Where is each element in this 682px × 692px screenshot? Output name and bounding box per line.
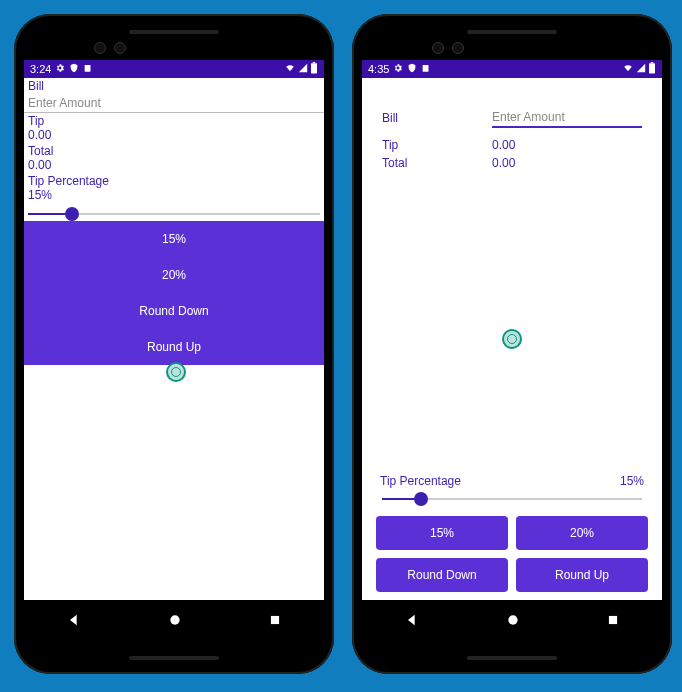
phone-left: 3:24 xyxy=(14,14,334,674)
bill-label: Bill xyxy=(24,78,324,93)
bill-label: Bill xyxy=(382,111,492,125)
center-marker-icon xyxy=(166,362,186,382)
gear-icon xyxy=(55,63,65,75)
tip-percentage-label: Tip Percentage xyxy=(380,474,461,488)
nav-recent-icon[interactable] xyxy=(268,613,282,631)
round-down-button[interactable]: Round Down xyxy=(24,293,324,329)
screen: 3:24 xyxy=(24,60,324,600)
status-time: 4:35 xyxy=(368,63,389,75)
center-marker-icon xyxy=(502,329,522,349)
nav-back-icon[interactable] xyxy=(404,612,420,632)
nav-recent-icon[interactable] xyxy=(606,613,620,631)
bill-input[interactable] xyxy=(492,108,642,128)
tip-value: 0.00 xyxy=(492,138,515,152)
app-content: Bill Tip 0.00 Total 0.00 Tip Percentage … xyxy=(24,78,324,600)
status-bar: 4:35 xyxy=(362,60,662,78)
phone-inner: 3:24 xyxy=(24,24,324,664)
nav-bar xyxy=(362,600,662,644)
gear-icon xyxy=(393,63,403,75)
svg-rect-5 xyxy=(423,65,429,72)
bezel-top xyxy=(24,24,324,60)
svg-point-8 xyxy=(508,615,517,624)
svg-rect-9 xyxy=(609,616,617,624)
total-value: 0.00 xyxy=(492,156,515,170)
card-icon xyxy=(83,63,93,75)
tip-slider[interactable] xyxy=(382,492,642,506)
tip-percentage-value: 15% xyxy=(24,188,324,203)
tip-percentage-label: Tip Percentage xyxy=(24,173,324,188)
nav-bar xyxy=(24,600,324,644)
nav-back-icon[interactable] xyxy=(66,612,82,632)
total-value: 0.00 xyxy=(24,158,324,173)
svg-point-3 xyxy=(170,615,179,624)
status-bar: 3:24 xyxy=(24,60,324,78)
nav-home-icon[interactable] xyxy=(505,612,521,632)
tip-20-button[interactable]: 20% xyxy=(24,257,324,293)
tip-percentage-value: 15% xyxy=(620,474,644,488)
phone-right: 4:35 xyxy=(352,14,672,674)
round-down-button[interactable]: Round Down xyxy=(376,558,508,592)
wifi-icon xyxy=(622,63,634,75)
nav-home-icon[interactable] xyxy=(167,612,183,632)
slider-thumb[interactable] xyxy=(65,207,79,221)
card-icon xyxy=(421,63,431,75)
svg-rect-0 xyxy=(85,65,91,72)
tip-15-button[interactable]: 15% xyxy=(376,516,508,550)
bezel-top xyxy=(362,24,662,60)
tip-20-button[interactable]: 20% xyxy=(516,516,648,550)
total-label: Total xyxy=(382,156,492,170)
signal-icon xyxy=(636,63,646,75)
slider-thumb[interactable] xyxy=(414,492,428,506)
battery-icon xyxy=(310,62,318,76)
tip-slider[interactable] xyxy=(28,207,320,221)
button-stack: 15% 20% Round Down Round Up xyxy=(24,221,324,365)
bezel-bottom xyxy=(362,644,662,664)
battery-icon xyxy=(648,62,656,76)
shield-icon xyxy=(407,63,417,75)
screen: 4:35 xyxy=(362,60,662,600)
svg-rect-7 xyxy=(651,62,653,63)
status-time: 3:24 xyxy=(30,63,51,75)
app-content: Bill Tip 0.00 Total 0.00 Tip Per xyxy=(362,78,662,600)
round-up-button[interactable]: Round Up xyxy=(516,558,648,592)
svg-rect-2 xyxy=(313,62,315,63)
tip-label: Tip xyxy=(382,138,492,152)
round-up-button[interactable]: Round Up xyxy=(24,329,324,365)
svg-rect-4 xyxy=(271,616,279,624)
total-label: Total xyxy=(24,143,324,158)
svg-rect-1 xyxy=(311,63,317,73)
phone-inner: 4:35 xyxy=(362,24,662,664)
svg-rect-6 xyxy=(649,63,655,73)
shield-icon xyxy=(69,63,79,75)
tip-15-button[interactable]: 15% xyxy=(24,221,324,257)
bezel-bottom xyxy=(24,644,324,664)
tip-value: 0.00 xyxy=(24,128,324,143)
tip-label: Tip xyxy=(24,113,324,128)
wifi-icon xyxy=(284,63,296,75)
bill-input[interactable] xyxy=(24,94,324,113)
signal-icon xyxy=(298,63,308,75)
